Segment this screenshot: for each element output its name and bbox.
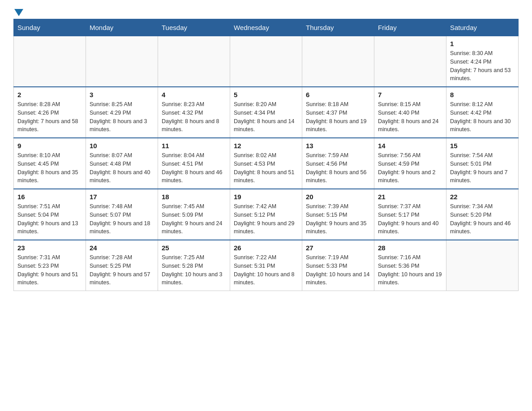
day-number: 5	[234, 91, 298, 98]
calendar-day-cell: 15Sunrise: 7:54 AMSunset: 5:01 PMDayligh…	[446, 138, 519, 189]
day-number: 21	[378, 193, 442, 201]
calendar-day-cell	[374, 36, 446, 87]
calendar-day-cell: 5Sunrise: 8:20 AMSunset: 4:34 PMDaylight…	[230, 87, 302, 138]
day-info: Sunrise: 7:56 AMSunset: 4:59 PMDaylight:…	[378, 151, 442, 185]
calendar-week-row: 1Sunrise: 8:30 AMSunset: 4:24 PMDaylight…	[14, 36, 519, 87]
calendar-day-cell: 22Sunrise: 7:34 AMSunset: 5:20 PMDayligh…	[446, 189, 519, 240]
day-info: Sunrise: 7:34 AMSunset: 5:20 PMDaylight:…	[450, 202, 515, 236]
day-number: 16	[17, 193, 82, 201]
day-number: 10	[90, 142, 154, 150]
day-info: Sunrise: 8:02 AMSunset: 4:53 PMDaylight:…	[234, 151, 298, 185]
weekday-header-row: SundayMondayTuesdayWednesdayThursdayFrid…	[14, 19, 519, 36]
day-number: 20	[306, 193, 370, 201]
day-number: 3	[90, 91, 154, 98]
day-info: Sunrise: 8:30 AMSunset: 4:24 PMDaylight:…	[450, 49, 515, 83]
day-info: Sunrise: 7:54 AMSunset: 5:01 PMDaylight:…	[450, 151, 515, 185]
weekday-header-saturday: Saturday	[446, 19, 519, 36]
logo-arrow-icon	[14, 9, 23, 16]
calendar-day-cell	[230, 36, 302, 87]
calendar-day-cell	[446, 240, 519, 291]
day-number: 13	[306, 142, 370, 150]
calendar-day-cell: 26Sunrise: 7:22 AMSunset: 5:31 PMDayligh…	[230, 240, 302, 291]
day-number: 14	[378, 142, 442, 150]
day-number: 11	[162, 142, 226, 150]
day-info: Sunrise: 8:07 AMSunset: 4:48 PMDaylight:…	[90, 151, 154, 185]
day-info: Sunrise: 8:25 AMSunset: 4:29 PMDaylight:…	[90, 100, 154, 134]
calendar-day-cell: 7Sunrise: 8:15 AMSunset: 4:40 PMDaylight…	[374, 87, 446, 138]
day-info: Sunrise: 8:12 AMSunset: 4:42 PMDaylight:…	[450, 100, 515, 134]
day-info: Sunrise: 7:59 AMSunset: 4:56 PMDaylight:…	[306, 151, 370, 185]
day-number: 2	[17, 91, 82, 98]
calendar-day-cell: 23Sunrise: 7:31 AMSunset: 5:23 PMDayligh…	[14, 240, 86, 291]
day-info: Sunrise: 8:15 AMSunset: 4:40 PMDaylight:…	[378, 100, 442, 134]
calendar-day-cell: 6Sunrise: 8:18 AMSunset: 4:37 PMDaylight…	[302, 87, 374, 138]
day-number: 9	[17, 142, 82, 150]
calendar-day-cell	[158, 36, 230, 87]
day-number: 22	[450, 193, 515, 201]
weekday-header-tuesday: Tuesday	[158, 19, 230, 36]
day-number: 15	[450, 142, 515, 150]
day-number: 17	[90, 193, 154, 201]
day-info: Sunrise: 7:48 AMSunset: 5:07 PMDaylight:…	[90, 202, 154, 236]
calendar-day-cell: 4Sunrise: 8:23 AMSunset: 4:32 PMDaylight…	[158, 87, 230, 138]
day-info: Sunrise: 8:28 AMSunset: 4:26 PMDaylight:…	[17, 100, 82, 134]
calendar-day-cell: 3Sunrise: 8:25 AMSunset: 4:29 PMDaylight…	[86, 87, 158, 138]
calendar-day-cell	[14, 36, 86, 87]
day-info: Sunrise: 7:45 AMSunset: 5:09 PMDaylight:…	[162, 202, 226, 236]
calendar-day-cell: 8Sunrise: 8:12 AMSunset: 4:42 PMDaylight…	[446, 87, 519, 138]
calendar-week-row: 16Sunrise: 7:51 AMSunset: 5:04 PMDayligh…	[14, 189, 519, 240]
day-info: Sunrise: 7:19 AMSunset: 5:33 PMDaylight:…	[306, 253, 370, 287]
calendar-day-cell: 28Sunrise: 7:16 AMSunset: 5:36 PMDayligh…	[374, 240, 446, 291]
day-number: 24	[90, 244, 154, 252]
day-info: Sunrise: 8:20 AMSunset: 4:34 PMDaylight:…	[234, 100, 298, 134]
day-number: 19	[234, 193, 298, 201]
day-info: Sunrise: 7:22 AMSunset: 5:31 PMDaylight:…	[234, 253, 298, 287]
calendar-week-row: 9Sunrise: 8:10 AMSunset: 4:45 PMDaylight…	[14, 138, 519, 189]
calendar-day-cell: 21Sunrise: 7:37 AMSunset: 5:17 PMDayligh…	[374, 189, 446, 240]
day-info: Sunrise: 7:31 AMSunset: 5:23 PMDaylight:…	[17, 253, 82, 287]
day-info: Sunrise: 7:39 AMSunset: 5:15 PMDaylight:…	[306, 202, 370, 236]
day-number: 28	[378, 244, 442, 252]
calendar-day-cell: 20Sunrise: 7:39 AMSunset: 5:15 PMDayligh…	[302, 189, 374, 240]
day-number: 23	[17, 244, 82, 252]
calendar-day-cell: 19Sunrise: 7:42 AMSunset: 5:12 PMDayligh…	[230, 189, 302, 240]
day-info: Sunrise: 8:10 AMSunset: 4:45 PMDaylight:…	[17, 151, 82, 185]
day-info: Sunrise: 7:16 AMSunset: 5:36 PMDaylight:…	[378, 253, 442, 287]
calendar-day-cell	[86, 36, 158, 87]
calendar-day-cell: 2Sunrise: 8:28 AMSunset: 4:26 PMDaylight…	[14, 87, 86, 138]
calendar-day-cell: 27Sunrise: 7:19 AMSunset: 5:33 PMDayligh…	[302, 240, 374, 291]
day-info: Sunrise: 8:04 AMSunset: 4:51 PMDaylight:…	[162, 151, 226, 185]
page-header	[13, 9, 519, 14]
day-info: Sunrise: 8:18 AMSunset: 4:37 PMDaylight:…	[306, 100, 370, 134]
calendar-day-cell: 17Sunrise: 7:48 AMSunset: 5:07 PMDayligh…	[86, 189, 158, 240]
weekday-header-monday: Monday	[86, 19, 158, 36]
day-number: 6	[306, 91, 370, 98]
weekday-header-sunday: Sunday	[14, 19, 86, 36]
day-number: 7	[378, 91, 442, 98]
day-number: 12	[234, 142, 298, 150]
calendar-day-cell: 16Sunrise: 7:51 AMSunset: 5:04 PMDayligh…	[14, 189, 86, 240]
calendar-day-cell: 10Sunrise: 8:07 AMSunset: 4:48 PMDayligh…	[86, 138, 158, 189]
calendar-day-cell: 12Sunrise: 8:02 AMSunset: 4:53 PMDayligh…	[230, 138, 302, 189]
calendar-day-cell: 14Sunrise: 7:56 AMSunset: 4:59 PMDayligh…	[374, 138, 446, 189]
day-info: Sunrise: 7:42 AMSunset: 5:12 PMDaylight:…	[234, 202, 298, 236]
day-info: Sunrise: 7:28 AMSunset: 5:25 PMDaylight:…	[90, 253, 154, 287]
day-number: 27	[306, 244, 370, 252]
weekday-header-thursday: Thursday	[302, 19, 374, 36]
logo	[13, 9, 23, 14]
day-number: 18	[162, 193, 226, 201]
calendar-day-cell	[302, 36, 374, 87]
calendar-day-cell: 9Sunrise: 8:10 AMSunset: 4:45 PMDaylight…	[14, 138, 86, 189]
day-info: Sunrise: 7:25 AMSunset: 5:28 PMDaylight:…	[162, 253, 226, 287]
day-info: Sunrise: 7:37 AMSunset: 5:17 PMDaylight:…	[378, 202, 442, 236]
calendar-day-cell: 18Sunrise: 7:45 AMSunset: 5:09 PMDayligh…	[158, 189, 230, 240]
day-number: 1	[450, 40, 515, 47]
calendar-day-cell: 24Sunrise: 7:28 AMSunset: 5:25 PMDayligh…	[86, 240, 158, 291]
calendar-week-row: 23Sunrise: 7:31 AMSunset: 5:23 PMDayligh…	[14, 240, 519, 291]
day-number: 25	[162, 244, 226, 252]
calendar-table: SundayMondayTuesdayWednesdayThursdayFrid…	[13, 19, 519, 291]
day-number: 4	[162, 91, 226, 98]
calendar-day-cell: 13Sunrise: 7:59 AMSunset: 4:56 PMDayligh…	[302, 138, 374, 189]
weekday-header-friday: Friday	[374, 19, 446, 36]
day-number: 26	[234, 244, 298, 252]
